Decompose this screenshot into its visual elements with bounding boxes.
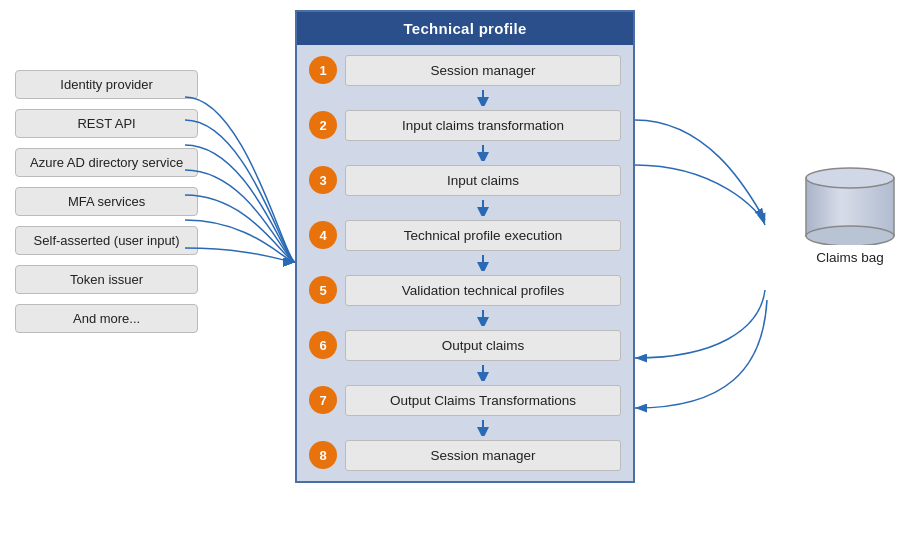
step-badge-6: 6 bbox=[309, 331, 337, 359]
tp-panel-body: 1 Session manager 2 Input claims transfo… bbox=[297, 45, 633, 481]
step-row-3: 3 Input claims bbox=[309, 165, 621, 196]
left-boxes-group: Identity provider REST API Azure AD dire… bbox=[15, 70, 198, 333]
step-box-2: Input claims transformation bbox=[345, 110, 621, 141]
step-badge-8: 8 bbox=[309, 441, 337, 469]
left-item-identity-provider: Identity provider bbox=[15, 70, 198, 99]
step-box-6: Output claims bbox=[345, 330, 621, 361]
step-row-7: 7 Output Claims Transformations bbox=[309, 385, 621, 416]
left-item-mfa: MFA services bbox=[15, 187, 198, 216]
technical-profile-panel: Technical profile 1 Session manager 2 In… bbox=[295, 10, 635, 483]
step-row-4: 4 Technical profile execution bbox=[309, 220, 621, 251]
step-row-8: 8 Session manager bbox=[309, 440, 621, 471]
step-box-8: Session manager bbox=[345, 440, 621, 471]
step-box-7: Output Claims Transformations bbox=[345, 385, 621, 416]
left-item-token-issuer: Token issuer bbox=[15, 265, 198, 294]
step-badge-1: 1 bbox=[309, 56, 337, 84]
arrow-3-4 bbox=[345, 200, 621, 216]
claims-bag-cylinder bbox=[805, 160, 895, 240]
cylinder-svg bbox=[805, 160, 895, 245]
left-item-and-more: And more... bbox=[15, 304, 198, 333]
left-item-azure-ad: Azure AD directory service bbox=[15, 148, 198, 177]
claims-bag-group: Claims bag bbox=[805, 160, 895, 265]
tp-panel-header: Technical profile bbox=[297, 12, 633, 45]
step-badge-4: 4 bbox=[309, 221, 337, 249]
step-row-5: 5 Validation technical profiles bbox=[309, 275, 621, 306]
step-box-5: Validation technical profiles bbox=[345, 275, 621, 306]
arrow-6-7 bbox=[345, 365, 621, 381]
step-row-6: 6 Output claims bbox=[309, 330, 621, 361]
left-item-self-asserted: Self-asserted (user input) bbox=[15, 226, 198, 255]
step-badge-3: 3 bbox=[309, 166, 337, 194]
svg-point-9 bbox=[806, 168, 894, 188]
step-badge-7: 7 bbox=[309, 386, 337, 414]
diagram-container: Identity provider REST API Azure AD dire… bbox=[15, 10, 895, 530]
claims-bag-label: Claims bag bbox=[816, 250, 884, 265]
arrow-5-6 bbox=[345, 310, 621, 326]
svg-point-8 bbox=[806, 226, 894, 245]
arrow-1-2 bbox=[345, 90, 621, 106]
step-box-1: Session manager bbox=[345, 55, 621, 86]
left-item-rest-api: REST API bbox=[15, 109, 198, 138]
step-badge-2: 2 bbox=[309, 111, 337, 139]
step-row-2: 2 Input claims transformation bbox=[309, 110, 621, 141]
arrow-7-8 bbox=[345, 420, 621, 436]
arrow-2-3 bbox=[345, 145, 621, 161]
arrow-4-5 bbox=[345, 255, 621, 271]
step-box-3: Input claims bbox=[345, 165, 621, 196]
step-row-1: 1 Session manager bbox=[309, 55, 621, 86]
step-badge-5: 5 bbox=[309, 276, 337, 304]
step-box-4: Technical profile execution bbox=[345, 220, 621, 251]
